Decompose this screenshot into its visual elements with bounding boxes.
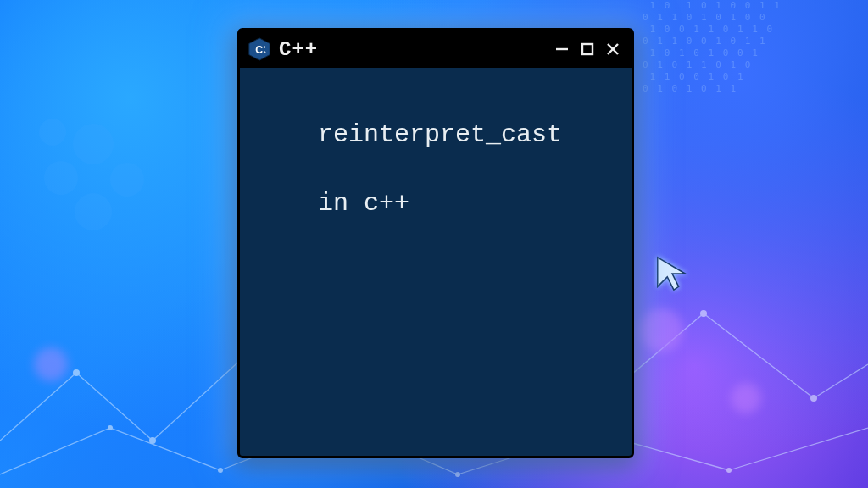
svg-line-13: [814, 364, 868, 398]
minimize-button[interactable]: [552, 39, 572, 59]
svg-line-14: [0, 428, 110, 474]
code-line-1: reinterpret_cast: [318, 120, 562, 149]
cursor-icon: [653, 254, 692, 297]
svg-point-28: [810, 395, 817, 402]
svg-line-5: [0, 373, 76, 441]
terminal-window: C + + C++: [237, 28, 634, 458]
titlebar[interactable]: C + + C++: [240, 30, 632, 68]
svg-point-22: [149, 437, 156, 444]
svg-point-27: [700, 310, 707, 317]
svg-text:+: +: [264, 49, 266, 54]
svg-point-1: [44, 161, 78, 195]
svg-line-6: [76, 373, 153, 441]
svg-point-0: [73, 124, 114, 164]
cpp-logo-icon: C + +: [247, 36, 272, 62]
svg-point-29: [108, 425, 113, 430]
svg-text:C: C: [255, 44, 263, 56]
svg-point-36: [731, 383, 761, 413]
svg-point-2: [110, 163, 144, 197]
window-title: C++: [279, 38, 552, 61]
svg-point-4: [39, 119, 66, 146]
code-line-2: in c++: [318, 189, 409, 218]
svg-point-32: [455, 472, 460, 477]
svg-line-12: [704, 313, 814, 398]
svg-point-30: [218, 468, 223, 473]
maximize-icon: [579, 41, 596, 58]
svg-rect-43: [582, 44, 593, 54]
terminal-content: reinterpret_cast in c++: [240, 68, 632, 456]
close-icon: [604, 41, 621, 58]
svg-point-35: [639, 308, 683, 352]
maximize-button[interactable]: [577, 39, 598, 59]
svg-line-15: [110, 428, 220, 470]
svg-line-20: [729, 428, 868, 470]
svg-point-21: [73, 369, 80, 376]
close-button[interactable]: [603, 39, 623, 59]
svg-text:+: +: [264, 44, 266, 49]
svg-point-37: [34, 347, 68, 381]
svg-point-3: [75, 193, 112, 230]
minimize-icon: [554, 41, 570, 58]
svg-point-34: [726, 468, 732, 473]
